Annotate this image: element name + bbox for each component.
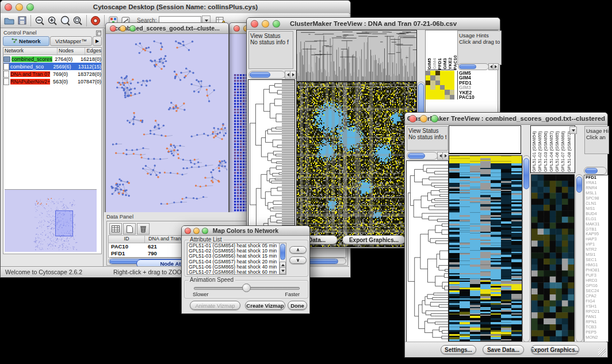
gene-label[interactable]: SPC98 [586, 196, 608, 201]
network-view-canvas[interactable] [106, 34, 227, 214]
treeview2-tree-hscrollbar[interactable] [407, 152, 438, 160]
gene-label[interactable]: CPA2 [586, 294, 608, 299]
save-icon[interactable] [16, 15, 28, 26]
treeview1-detail-matrix[interactable] [426, 71, 454, 99]
gene-label[interactable]: KAP95 [586, 232, 608, 237]
attribute-list-scrollbar[interactable] [279, 243, 286, 275]
tab-vizmapper[interactable]: VizMapper™ [50, 36, 92, 46]
scrollbar-thumb[interactable] [585, 168, 598, 174]
network-list-item[interactable]: RNAPuberNov2+563(0)107847(0) [3, 78, 101, 85]
treeview1-gene-list[interactable]: GIM5GIM4PFD1GIM3YKE2PAC10 [457, 71, 494, 99]
new-attribute-icon[interactable] [123, 223, 136, 235]
column-header-network[interactable]: Network [3, 48, 58, 55]
treeview2-genelist-hscrollbar[interactable] [584, 167, 607, 175]
scroll-right-button[interactable] [442, 152, 449, 160]
zoom-button[interactable] [273, 20, 280, 28]
scroll-right-button[interactable] [493, 63, 499, 70]
help-lifering-icon[interactable] [89, 15, 102, 26]
gene-label[interactable]: PAC10 [459, 95, 494, 99]
open-file-icon[interactable] [3, 15, 16, 26]
treeview1-heatmap[interactable] [296, 82, 417, 247]
zoom-fit-icon[interactable] [71, 15, 84, 26]
scrollbar-thumb[interactable] [280, 244, 285, 260]
treeview2-vscrollbar[interactable] [522, 155, 530, 342]
treeview1-row-dendrogram[interactable] [248, 79, 282, 247]
close-button[interactable] [185, 228, 191, 234]
network-window-titlebar[interactable]: combined_scores_good.txt--cluste... [106, 23, 228, 34]
gene-label[interactable]: MSI1 [586, 252, 608, 258]
move-down-button[interactable]: ∨ [289, 256, 307, 264]
scroll-down-button[interactable] [280, 267, 286, 274]
dialog-titlebar[interactable]: Map Colors to Network [182, 226, 309, 236]
zoom-selected-icon[interactable] [59, 15, 71, 26]
gene-label[interactable]: PEP5 [586, 330, 608, 335]
scroll-right-button[interactable] [290, 71, 296, 79]
gene-label[interactable]: HMG1 [586, 263, 608, 268]
minimize-button[interactable] [262, 20, 269, 28]
gene-label[interactable]: HAP3 [586, 237, 608, 242]
gene-label[interactable]: MSL1 [586, 191, 608, 196]
column-header-edges[interactable]: Edges [85, 48, 101, 55]
export-graphics-button[interactable]: Export Graphics... [531, 345, 579, 354]
zoom-button[interactable] [129, 25, 136, 32]
treeview1-tree-hscrollbar[interactable] [248, 71, 285, 79]
close-button[interactable] [409, 115, 416, 122]
speed-slider-thumb[interactable] [242, 283, 251, 292]
treeview1-row-label-strip[interactable] [282, 79, 295, 247]
gene-label[interactable]: SEC24 [586, 289, 608, 294]
zoom-out-icon[interactable] [33, 15, 46, 26]
gene-label[interactable]: MON2 [586, 335, 608, 340]
gene-label[interactable]: PFD1 [586, 175, 608, 181]
treeview2-row-dendrogram[interactable] [406, 160, 449, 342]
zoom-button[interactable] [431, 115, 438, 122]
treeview2-titlebar[interactable]: ClusterMaker TreeView : combined_scores_… [405, 113, 607, 125]
zoom-in-icon[interactable] [46, 15, 59, 26]
done-button[interactable]: Done [288, 301, 307, 310]
minimize-button[interactable] [16, 3, 23, 11]
scrollbar-thumb[interactable] [408, 153, 425, 159]
close-button[interactable] [234, 25, 240, 32]
minimize-button[interactable] [193, 228, 200, 234]
gene-label[interactable]: CLN1 [586, 201, 608, 206]
birdseye-view-canvas[interactable] [5, 189, 97, 252]
minimize-button[interactable] [420, 115, 427, 122]
gene-label[interactable]: YRA1 [586, 181, 608, 186]
gene-label[interactable]: YSH1 [586, 304, 608, 309]
move-up-button[interactable]: ∧ [289, 246, 307, 254]
main-titlebar[interactable]: Cytoscape Desktop (Session Name: collins… [1, 1, 350, 14]
tab-network[interactable]: Network [3, 36, 49, 46]
resize-grip[interactable] [598, 348, 606, 356]
gene-label[interactable]: VIP1 [586, 242, 608, 247]
gene-label[interactable]: RPN1 [586, 320, 608, 325]
column-header-nodes[interactable]: Nodes [58, 48, 85, 55]
gene-label[interactable]: MAK31 [586, 222, 608, 227]
delete-attribute-icon[interactable] [137, 223, 150, 235]
treeview2-gene-list[interactable]: PFD1YRA1RNR4MSL1SPC98CLN1NIS1BUD4ELG1MAK… [584, 175, 609, 342]
network-list-item[interactable]: DNA and Tran 07769(0)183728(0) [3, 70, 101, 78]
zoom-button[interactable] [202, 228, 208, 234]
close-button[interactable] [251, 20, 258, 28]
gene-label[interactable]: PUF3 [586, 273, 608, 278]
data-table-icon[interactable] [109, 223, 122, 235]
tab-overflow-button[interactable]: ▶ [93, 36, 102, 46]
gene-label[interactable]: SEC1 [586, 258, 608, 263]
gene-label[interactable]: NTR2 [586, 247, 608, 252]
gene-label[interactable]: NIS1 [586, 206, 608, 212]
network-list-item[interactable]: combined_scores2764(0)16218(0) [3, 55, 101, 63]
treeview1-right-hscrollbar[interactable] [458, 63, 489, 70]
export-graphics-button[interactable]: Export Graphics... [342, 235, 406, 244]
gene-label[interactable]: PHO81 [586, 268, 608, 273]
gene-label[interactable]: HRD3 [586, 278, 608, 283]
scrollbar-thumb[interactable] [523, 158, 529, 189]
settings-button[interactable]: Settings... [441, 345, 476, 354]
close-button[interactable] [5, 3, 12, 11]
save-data-button[interactable]: Save Data... [483, 345, 524, 354]
treeview1-titlebar[interactable]: ClusterMaker TreeView : DNA and Tran 07-… [247, 18, 500, 30]
gene-label[interactable]: ELG1 [586, 217, 608, 222]
scrollbar-thumb[interactable] [459, 64, 476, 69]
scrollbar-thumb[interactable] [576, 177, 582, 193]
gene-label[interactable]: TCB3 [586, 325, 608, 330]
detail-dropdown-button[interactable] [569, 127, 577, 134]
attribute-list[interactable]: GPL51-01 (GSM854) heat shock 05 minGPL51… [187, 243, 280, 275]
attribute-list-item[interactable]: GPL51-07 (GSM868) heat shock 60 min [188, 270, 280, 275]
